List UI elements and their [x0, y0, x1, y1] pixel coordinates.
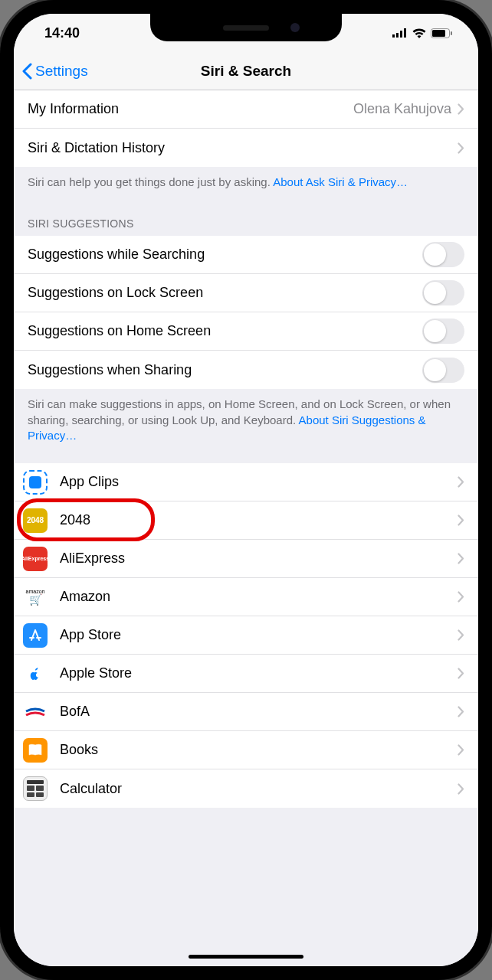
home-indicator[interactable]	[189, 955, 303, 959]
settings-content[interactable]: My Information Olena Kahujova Siri & Dic…	[14, 90, 478, 966]
phone-device-frame: 14:40 Settings Siri & Search My Informat…	[0, 0, 492, 980]
app-row-label: App Clips	[60, 474, 451, 490]
app-row-amazon[interactable]: amazon🛒Amazon	[14, 578, 478, 616]
chevron-right-icon	[458, 668, 464, 679]
siri-suggestions-header: SIRI SUGGESTIONS	[14, 201, 478, 236]
row-label: Suggestions on Home Screen	[28, 323, 422, 339]
chevron-left-icon	[21, 63, 32, 80]
app-row-appstore[interactable]: App Store	[14, 616, 478, 655]
status-time: 14:40	[44, 25, 80, 41]
ask-siri-footer-text: Siri can help you get things done just b…	[28, 175, 273, 188]
app-row-appclips[interactable]: App Clips	[14, 463, 478, 501]
chevron-right-icon	[458, 476, 464, 488]
battery-icon	[431, 28, 452, 38]
chevron-right-icon	[458, 103, 464, 115]
appstore-app-icon	[23, 623, 48, 648]
app-row-2048[interactable]: 20482048	[14, 501, 478, 540]
app-row-label: Books	[60, 742, 451, 758]
calc-app-icon	[23, 776, 48, 801]
2048-app-icon: 2048	[23, 508, 48, 533]
ask-siri-footer: Siri can help you get things done just b…	[14, 167, 478, 201]
svg-rect-1	[396, 33, 399, 38]
status-icons	[392, 28, 452, 38]
my-information-value: Olena Kahujova	[353, 101, 451, 117]
svg-rect-6	[451, 31, 452, 35]
app-row-calc[interactable]: Calculator	[14, 769, 478, 808]
cellular-icon	[392, 28, 408, 38]
suggestions-searching-row[interactable]: Suggestions while Searching	[14, 236, 478, 274]
suggestions-homescreen-row[interactable]: Suggestions on Home Screen	[14, 312, 478, 351]
svg-rect-5	[432, 30, 445, 37]
app-row-apple[interactable]: Apple Store	[14, 655, 478, 693]
back-label: Settings	[35, 63, 88, 80]
chevron-right-icon	[458, 591, 464, 603]
back-button[interactable]: Settings	[14, 63, 88, 80]
suggestions-lockscreen-row[interactable]: Suggestions on Lock Screen	[14, 274, 478, 312]
info-group: My Information Olena Kahujova Siri & Dic…	[14, 90, 478, 167]
app-row-label: AliExpress	[60, 550, 451, 567]
row-label: Suggestions on Lock Screen	[28, 285, 422, 301]
suggestions-group: Suggestions while Searching Suggestions …	[14, 236, 478, 389]
app-row-bofa[interactable]: BofA	[14, 693, 478, 731]
svg-rect-0	[392, 34, 395, 38]
app-row-label: App Store	[60, 627, 451, 643]
apple-app-icon	[23, 662, 48, 686]
chevron-right-icon	[458, 783, 464, 795]
app-row-books[interactable]: Books	[14, 731, 478, 769]
siri-history-row[interactable]: Siri & Dictation History	[14, 129, 478, 167]
wifi-icon	[412, 28, 426, 38]
chevron-right-icon	[458, 706, 464, 717]
app-row-label: Calculator	[60, 781, 451, 797]
amazon-app-icon: amazon🛒	[23, 585, 48, 609]
screen: 14:40 Settings Siri & Search My Informat…	[14, 14, 478, 966]
chevron-right-icon	[458, 629, 464, 641]
chevron-right-icon	[458, 514, 464, 526]
toggle-switch[interactable]	[422, 318, 464, 344]
bofa-app-icon	[23, 700, 48, 724]
my-information-label: My Information	[28, 101, 353, 117]
svg-rect-3	[404, 28, 406, 38]
nav-bar: Settings Siri & Search	[14, 52, 478, 90]
apps-group: App Clips20482048AliExpressAliExpressama…	[14, 463, 478, 808]
toggle-switch[interactable]	[422, 280, 464, 305]
notch	[150, 14, 342, 41]
row-label: Suggestions when Sharing	[28, 362, 422, 378]
app-row-label: Amazon	[60, 589, 451, 605]
siri-history-label: Siri & Dictation History	[28, 140, 451, 156]
books-app-icon	[23, 738, 48, 763]
row-label: Suggestions while Searching	[28, 247, 422, 263]
app-row-ali[interactable]: AliExpressAliExpress	[14, 540, 478, 578]
suggestions-footer: Siri can make suggestions in apps, on Ho…	[14, 389, 478, 463]
ali-app-icon: AliExpress	[23, 547, 48, 571]
app-row-label: 2048	[60, 512, 451, 528]
chevron-right-icon	[458, 553, 464, 564]
toggle-switch[interactable]	[422, 358, 464, 383]
ask-siri-privacy-link[interactable]: About Ask Siri & Privacy…	[273, 175, 408, 188]
suggestions-sharing-row[interactable]: Suggestions when Sharing	[14, 351, 478, 389]
svg-rect-2	[400, 31, 402, 38]
appclips-app-icon	[23, 470, 48, 495]
app-row-label: BofA	[60, 704, 451, 720]
toggle-switch[interactable]	[422, 242, 464, 267]
chevron-right-icon	[458, 744, 464, 756]
my-information-row[interactable]: My Information Olena Kahujova	[14, 90, 478, 129]
chevron-right-icon	[458, 142, 464, 154]
app-row-label: Apple Store	[60, 665, 451, 681]
